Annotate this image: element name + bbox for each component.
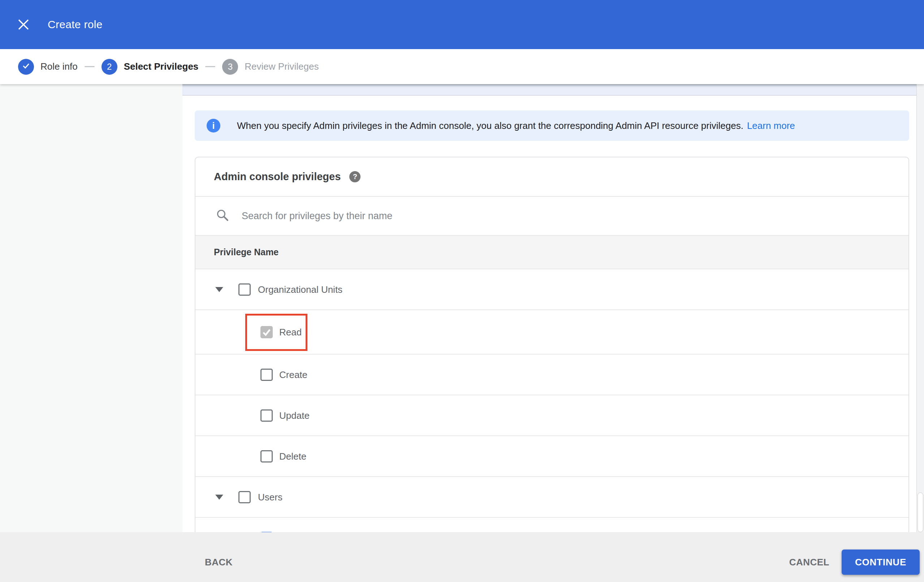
step-select-privileges[interactable]: 2 Select Privileges: [102, 59, 199, 75]
title-bar: Create role: [0, 0, 924, 49]
close-icon[interactable]: [16, 18, 30, 31]
privilege-label: Organizational Units: [258, 284, 342, 295]
search-input[interactable]: [241, 210, 748, 222]
card-title: Admin console privileges: [214, 171, 341, 183]
privilege-label: Create: [279, 369, 307, 380]
privilege-row-update[interactable]: Update: [195, 395, 909, 435]
cancel-button[interactable]: CANCEL: [789, 557, 829, 568]
step-role-info[interactable]: Role info: [18, 59, 78, 75]
privileges-search-row: [195, 196, 909, 235]
step-number: 2: [102, 59, 117, 75]
privilege-label: Update: [279, 410, 310, 421]
privilege-label: Read: [279, 326, 302, 338]
learn-more-link[interactable]: Learn more: [747, 120, 795, 131]
step-label: Select Privileges: [124, 61, 199, 72]
step-label: Role info: [40, 61, 78, 72]
info-icon: i: [206, 119, 220, 132]
create-role-dialog: Create role Role info 2 Select Privilege…: [0, 0, 924, 582]
check-icon: [21, 61, 30, 72]
step-number: 3: [222, 59, 238, 75]
dialog-body: i When you specify Admin privileges in t…: [0, 84, 924, 532]
privilege-row-organizational-units[interactable]: Organizational Units: [195, 269, 909, 309]
step-label: Review Privileges: [244, 61, 318, 72]
checkbox-users[interactable]: [238, 491, 251, 503]
checkbox-create[interactable]: [261, 369, 273, 381]
left-panel: [0, 84, 182, 532]
privilege-row-create[interactable]: Create: [195, 354, 909, 395]
step-review-privileges[interactable]: 3 Review Privileges: [222, 59, 318, 75]
search-icon: [216, 208, 229, 224]
footer-action-bar: BACK CANCEL CONTINUE: [0, 532, 924, 582]
checkbox-delete[interactable]: [261, 450, 273, 463]
privileges-table: Organizational Units Read Create Update: [195, 269, 909, 532]
continue-button[interactable]: CONTINUE: [842, 549, 920, 575]
scrollbar-track[interactable]: [916, 84, 924, 532]
card-header: Admin console privileges ?: [195, 157, 909, 196]
step-connector: [84, 66, 95, 67]
privilege-label: Delete: [279, 450, 306, 462]
back-button[interactable]: BACK: [205, 557, 233, 568]
privilege-row-users[interactable]: Users: [195, 476, 909, 517]
info-banner: i When you specify Admin privileges in t…: [195, 110, 909, 141]
privilege-row-delete[interactable]: Delete: [195, 435, 909, 476]
checkbox-update[interactable]: [261, 409, 273, 422]
banner-text: When you specify Admin privileges in the…: [237, 120, 795, 132]
column-header-privilege-name: Privilege Name: [195, 235, 909, 269]
privilege-row-read[interactable]: Read: [195, 517, 909, 532]
wizard-stepper: Role info 2 Select Privileges 3 Review P…: [0, 49, 924, 84]
step-completed-circle: [18, 59, 34, 75]
content-area: i When you specify Admin privileges in t…: [182, 84, 924, 532]
checkbox-read[interactable]: [261, 326, 273, 338]
content-top-strip: [182, 84, 924, 96]
checkbox-organizational-units[interactable]: [238, 284, 251, 296]
admin-console-privileges-card: Admin console privileges ? Privilege Nam…: [195, 157, 909, 532]
page-title: Create role: [48, 18, 102, 31]
expand-arrow-icon[interactable]: [215, 287, 223, 292]
privilege-label: Users: [258, 491, 282, 503]
help-icon[interactable]: ?: [349, 171, 360, 182]
expand-arrow-icon[interactable]: [215, 495, 223, 500]
scrollbar-thumb[interactable]: [917, 493, 923, 532]
step-connector: [205, 66, 215, 67]
privilege-row-read[interactable]: Read: [195, 309, 909, 354]
